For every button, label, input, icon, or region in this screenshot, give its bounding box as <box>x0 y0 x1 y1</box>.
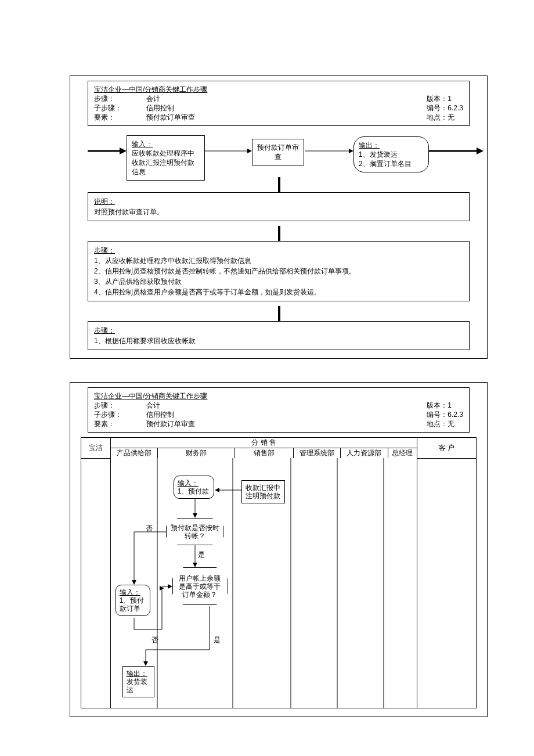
flow-process-text: 预付款订单审查 <box>257 143 299 161</box>
flow-input-box: 输入： 应收帐款处理程序中收款汇报注明预付款信息 <box>127 135 205 181</box>
label-no-1: 否 <box>146 524 153 534</box>
lane-h-3: 销售部 <box>234 448 294 459</box>
header-title-2: 宝洁企业—中国/分销商关键工作步骤 <box>94 391 207 401</box>
svg-marker-7 <box>477 147 484 154</box>
header-box: 宝洁企业—中国/分销商关键工作步骤 步骤：会计 子步骤：信用控制 要素：预付款订… <box>88 81 470 126</box>
document-2: 宝洁企业—中国/分销商关键工作步骤 步骤：会计 子步骤：信用控制 要素：预付款订… <box>70 382 488 717</box>
label-step: 步骤： <box>94 94 146 103</box>
node-note: 收款汇报中注明预付款 <box>241 480 285 503</box>
value-step: 会计 <box>146 95 160 103</box>
svg-marker-14 <box>215 488 219 492</box>
decision-1: 预付款是否按时转帐？ <box>166 518 224 545</box>
label-version: 版本： <box>427 95 448 103</box>
svg-marker-3 <box>247 149 252 153</box>
lane-h-1: 产品供给部 <box>110 448 157 459</box>
flow-input-text: 应收帐款处理程序中收款汇报注明预付款信息 <box>132 149 200 177</box>
node-output: 输出： 发货装运 <box>122 666 154 697</box>
steps2-label: 步骤： <box>94 325 463 336</box>
label-number: 编号： <box>427 104 448 112</box>
svg-marker-28 <box>168 584 172 589</box>
desc-text: 对照预付款审查订单。 <box>94 207 463 217</box>
flow-output-label: 输出： <box>359 141 424 150</box>
value-version: 1 <box>448 95 452 103</box>
desc-label: 说明： <box>94 196 463 207</box>
lane-h-2: 财务部 <box>158 448 234 459</box>
value-number: 6.2.3 <box>448 104 463 112</box>
svg-marker-16 <box>193 513 197 518</box>
node-input2: 输入： 1、预付款订单 <box>116 585 150 616</box>
steps1-label: 步骤： <box>94 245 463 255</box>
flow-process-box: 预付款订单审查 <box>252 139 304 165</box>
flow-output-box: 输出： 1、发货装运 2、搁置订单名目 <box>353 136 429 172</box>
connector-line <box>278 177 280 192</box>
lane-baojie-header: 宝洁 <box>81 438 111 459</box>
lane-customer-header: 客 户 <box>417 438 477 459</box>
flow-input-label: 输入： <box>132 139 200 149</box>
header-title: 宝洁企业—中国/分销商关键工作步骤 <box>94 85 207 94</box>
node-input1: 输入： 1、预付款 <box>174 476 214 499</box>
connector-line-3 <box>278 306 280 321</box>
label-yes-2: 是 <box>214 635 221 645</box>
steps1-2: 2、信用控制员查核预付款是否控制转帐，不然通知产品供给部相关预付款订单事项。 <box>94 266 463 276</box>
value-element: 预付款订单审查 <box>146 113 195 121</box>
label-substep: 子步骤： <box>94 103 146 113</box>
flow-output-2: 2、搁置订单名目 <box>359 159 424 168</box>
steps-box-1: 步骤： 1、从应收帐款处理程序中收款汇报取得预付款信息 2、信用控制员查核预付款… <box>88 241 470 301</box>
lane-h-5: 人力资源部 <box>341 448 388 459</box>
description-box: 说明： 对照预付款审查订单。 <box>88 192 470 221</box>
svg-marker-1 <box>120 147 127 154</box>
value-substep: 信用控制 <box>146 104 174 112</box>
value-location: 无 <box>448 113 454 121</box>
label-yes-1: 是 <box>198 550 205 560</box>
header-box-2: 宝洁企业—中国/分销商关键工作步骤 步骤：会计 子步骤：信用控制 要素：预付款订… <box>88 387 470 433</box>
steps1-4: 4、信用控制员核查用户余额是否高于或等于订单金额，如是则发货装运。 <box>94 287 463 297</box>
dist-header: 分 销 售 <box>110 438 417 448</box>
lane-h-6: 总经理 <box>388 448 417 459</box>
lane-distribution-body: 输入： 1、预付款 收款汇报中注明预付款 预付款是否按时转帐？ 是 否 用户帐上… <box>110 458 417 708</box>
lane-baojie <box>81 458 111 708</box>
svg-marker-5 <box>349 149 353 153</box>
steps1-3: 3、从产品供给部获取预付款 <box>94 276 463 287</box>
svg-marker-21 <box>132 580 136 585</box>
document-1: 宝洁企业—中国/分销商关键工作步骤 步骤：会计 子步骤：信用控制 要素：预付款订… <box>70 75 488 359</box>
svg-marker-18 <box>193 563 197 567</box>
label-location: 地点： <box>427 113 448 121</box>
steps-box-2: 步骤： 1、根据信用额要求回收应收帐款 <box>88 321 470 350</box>
label-no-2: 否 <box>151 635 158 645</box>
svg-marker-33 <box>143 661 148 666</box>
connector-line-2 <box>278 226 280 241</box>
label-element: 要素： <box>94 113 146 122</box>
flow-row: 输入： 应收帐款处理程序中收款汇报注明预付款信息 预付款订单审查 输出： 1、发… <box>88 131 470 177</box>
lane-h-4: 管理系统部 <box>293 448 340 459</box>
steps2-1: 1、根据信用额要求回收应收帐款 <box>94 336 463 346</box>
decision-2: 用户帐上余额是高于或等于订单金额？ <box>172 567 228 605</box>
lane-customer <box>417 458 477 708</box>
steps1-1: 1、从应收帐款处理程序中收款汇报取得预付款信息 <box>94 255 463 266</box>
flow-output-1: 1、发货装运 <box>359 150 424 159</box>
swimlane-diagram: 宝洁 分 销 售 客 户 产品供给部 财务部 销售部 管理系统部 人力资源部 总… <box>81 437 477 708</box>
